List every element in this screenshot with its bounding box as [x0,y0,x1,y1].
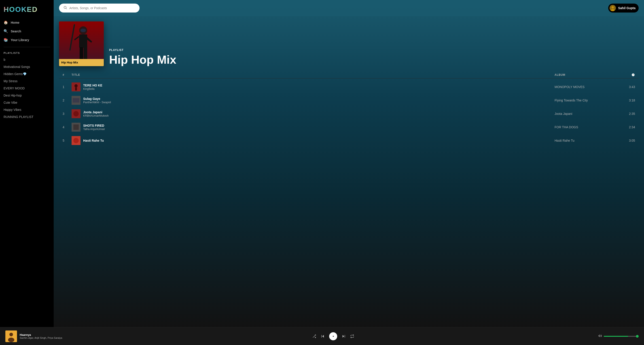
svg-rect-20 [73,98,80,103]
playlist-info: PLAYLIST Hip Hop Mix [109,48,639,66]
nav-search-label: Search [11,29,21,33]
nav-home[interactable]: 🏠 Home [0,18,54,27]
track-duration: 3:18 [622,98,635,102]
track-album: MONOPOLY MOVES [554,85,622,89]
track-artist: KR$NAUmairMukesh [83,114,554,117]
track-title: SHOTS FIRED [83,124,554,128]
track-thumbnail [72,82,80,91]
now-playing-thumb [5,331,17,342]
track-row[interactable]: 4 SHOTS FIRED Talha AnjumUmair [59,120,639,134]
svg-point-9 [80,28,86,32]
track-details: TERE HO KE KingBella [83,83,554,90]
search-bar-container[interactable] [59,3,140,12]
sidebar-playlist-item-7[interactable]: Happy Vibes [0,106,54,113]
track-title: Hasti Rahe Tu [83,139,554,143]
track-row[interactable]: 5 Hasti Rahe Tu Hasti R [59,134,639,147]
user-name: Sahil Gupta [618,6,636,10]
playlist-hero: Hip Hop Mix PLAYLIST Hip Hop Mix [54,16,644,71]
track-number: 4 [62,125,72,129]
sidebar-divider [4,47,50,47]
track-duration: 3:05 [622,139,635,142]
sidebar-playlist-item-6[interactable]: Cute Vibe [0,99,54,106]
volume-fill [604,336,628,337]
track-row[interactable]: 2 Sulag Gaye PantherNikhil - Swapnil [59,94,639,107]
svg-point-17 [74,84,78,87]
track-row[interactable]: 3 Joota Japani KR$NAUmairMukesh [59,107,639,120]
nav-library[interactable]: 📚 Your Library [0,35,54,44]
controls-buttons [312,332,354,340]
svg-text:Hip Hop Mix: Hip Hop Mix [61,61,78,64]
track-album: Flying Towards The City [554,98,622,102]
app-logo: HOOKED [0,3,54,18]
track-details: Joota Japani KR$NAUmairMukesh [83,110,554,117]
shuffle-button[interactable] [312,334,316,338]
sidebar-playlist-item-2[interactable]: Hidden Gems💎 [0,70,54,77]
col-duration: 🕐 [622,73,635,76]
track-duration: 2:35 [622,112,635,115]
next-button[interactable] [342,334,346,338]
track-artist: Talha AnjumUmair [83,128,554,131]
track-details: Hasti Rahe Tu [83,139,554,143]
track-album: Joota Japani [554,112,622,115]
library-icon: 📚 [4,38,8,42]
track-album: FOR THA DOGS [554,125,622,129]
track-details: Sulag Gaye PantherNikhil - Swapnil [83,97,554,104]
track-info: Joota Japani KR$NAUmairMukesh [72,109,554,118]
svg-marker-39 [598,335,600,337]
play-button[interactable] [329,332,337,340]
sidebar-playlist-item-1[interactable]: Motivational Songs [0,63,54,70]
track-thumbnail [72,123,80,132]
track-duration: 3:43 [622,85,635,89]
track-list: # TITLE ALBUM 🕐 1 [54,71,644,165]
main-nav: 🏠 Home 🔍 Search 📚 Your Library [0,18,54,44]
previous-button[interactable] [321,334,325,338]
user-button[interactable]: Sahil Gupta [608,3,639,12]
track-info: Hasti Rahe Tu [72,136,554,145]
sidebar-playlist-item-4[interactable]: EVERY MOOD [0,85,54,92]
track-artist: PantherNikhil - Swapnil [83,101,554,104]
svg-marker-33 [322,335,324,338]
playlist-cover: Hip Hop Mix [59,21,104,66]
nav-search[interactable]: 🔍 Search [0,27,54,35]
track-duration: 2:34 [622,125,635,129]
now-playing: Haareya Sachin-Jigar, Arijit Singh, Priy… [5,331,68,342]
sidebar-playlist-item-0[interactable]: b [0,56,54,63]
track-rows: 1 TERE HO KE KingBella [59,80,639,147]
nav-home-label: Home [11,21,20,24]
svg-marker-37 [342,335,344,338]
track-thumbnail [72,136,80,145]
track-number: 2 [62,98,72,102]
svg-point-29 [10,333,13,336]
track-row[interactable]: 1 TERE HO KE KingBella [59,80,639,94]
svg-marker-36 [333,336,334,337]
playlists-heading: PLAYLISTS [0,50,54,56]
track-number: 1 [62,85,72,89]
sidebar-playlist-item-3[interactable]: My Stress [0,77,54,85]
volume-icon [598,334,602,338]
svg-point-3 [612,6,614,8]
sidebar-playlist-item-8[interactable]: RUNNING PLAYLIST [0,113,54,120]
svg-rect-13 [84,47,87,59]
cover-silhouette: Hip Hop Mix [59,21,104,66]
track-thumbnail [72,96,80,105]
search-nav-icon: 🔍 [4,29,8,33]
sidebar: HOOKED 🏠 Home 🔍 Search 📚 Your Library PL… [0,0,54,327]
track-details: SHOTS FIRED Talha AnjumUmair [83,124,554,131]
sidebar-playlist-item-5[interactable]: Desi Hip-hop [0,92,54,99]
svg-rect-10 [79,34,87,48]
svg-rect-24 [73,124,79,130]
nav-library-label: Your Library [11,38,29,42]
repeat-button[interactable] [350,334,354,338]
col-album: ALBUM [554,73,622,76]
svg-point-22 [73,111,79,116]
volume-dot [636,335,639,338]
col-title: TITLE [72,73,554,76]
track-number: 3 [62,112,72,115]
volume-bar[interactable] [604,336,639,337]
now-playing-info: Haareya Sachin-Jigar, Arijit Singh, Priy… [20,333,68,339]
player-bar: Haareya Sachin-Jigar, Arijit Singh, Priy… [0,327,644,345]
playlist-title: Hip Hop Mix [109,53,639,66]
now-playing-artist: Sachin-Jigar, Arijit Singh, Priya Saraiy… [20,337,68,339]
svg-line-1 [66,8,67,9]
search-input[interactable] [69,6,135,10]
